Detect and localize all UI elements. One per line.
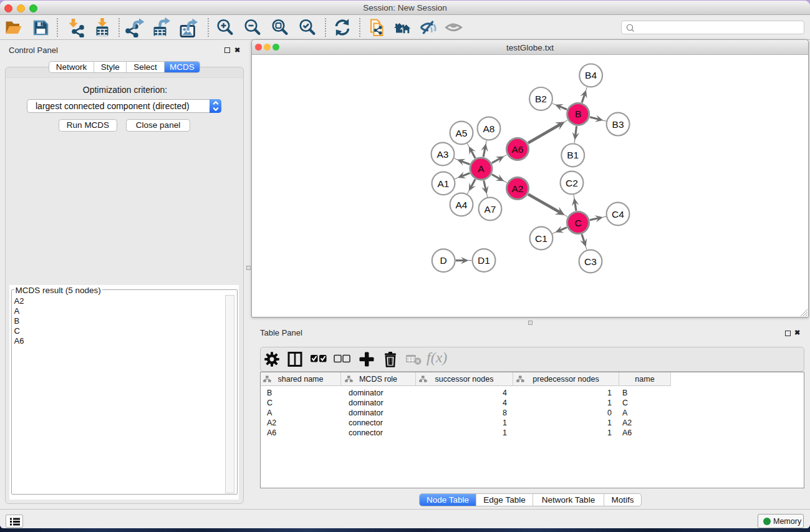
svg-text:A4: A4 [456,200,468,210]
svg-text:A: A [478,163,485,174]
svg-text:B2: B2 [535,94,547,104]
svg-text:A1: A1 [438,178,450,189]
svg-text:C4: C4 [612,209,624,220]
svg-text:A5: A5 [456,128,468,138]
svg-text:A6: A6 [512,144,524,155]
svg-text:A3: A3 [437,149,449,160]
svg-text:A2: A2 [512,183,524,194]
svg-text:B1: B1 [567,150,579,160]
svg-text:D: D [440,255,447,266]
svg-text:D1: D1 [478,255,490,266]
svg-text:B3: B3 [612,119,624,130]
svg-text:C: C [574,218,581,228]
svg-text:C3: C3 [584,256,597,267]
svg-text:B4: B4 [585,70,597,80]
svg-text:A8: A8 [483,123,495,134]
svg-text:C1: C1 [535,233,547,244]
svg-text:C2: C2 [566,178,578,188]
svg-text:B: B [575,109,581,119]
svg-text:A7: A7 [485,204,496,215]
